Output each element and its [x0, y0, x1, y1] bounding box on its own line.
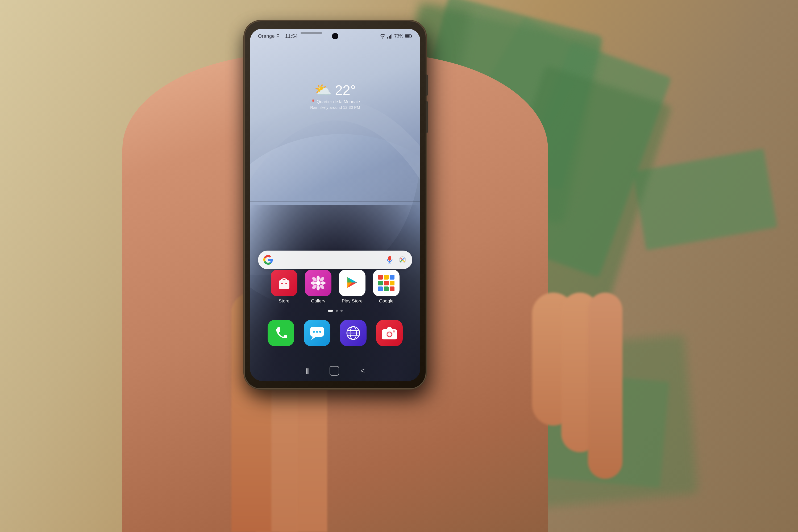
mic-icon: [386, 256, 393, 264]
app-google-wrapper[interactable]: Google: [373, 270, 400, 304]
messages-app-icon[interactable]: [304, 320, 330, 346]
internet-app-icon[interactable]: [340, 320, 366, 346]
svg-point-31: [313, 331, 315, 333]
dot-1: [328, 310, 333, 312]
gallery-flower-icon: [310, 274, 327, 291]
phone-app-icon[interactable]: [268, 320, 294, 346]
dot-3: [341, 310, 343, 312]
battery-icon: [405, 34, 412, 38]
dot-2: [336, 310, 338, 312]
svg-point-43: [393, 330, 395, 332]
carrier-label: Orange F: [258, 34, 279, 39]
playstore-label: Play Store: [342, 299, 363, 304]
svg-rect-5: [405, 35, 410, 38]
fold-line: [250, 201, 420, 202]
phone-body: Orange F 11:54: [245, 21, 425, 388]
svg-point-42: [388, 333, 391, 336]
google-icon[interactable]: [373, 270, 400, 296]
svg-point-18: [320, 281, 326, 285]
svg-point-12: [281, 283, 283, 284]
back-button[interactable]: <: [360, 366, 365, 375]
svg-point-15: [317, 276, 320, 281]
play-store-triangle-icon: [344, 275, 360, 291]
store-bag-icon: [276, 275, 292, 291]
carrier-time: Orange F 11:54: [258, 34, 298, 39]
temperature-value: 22°: [335, 82, 356, 98]
voice-search-button[interactable]: [385, 255, 394, 264]
svg-rect-0: [387, 37, 388, 39]
lens-search-button[interactable]: [398, 255, 407, 264]
weather-temperature: ⛅ 22°: [310, 82, 360, 98]
svg-rect-2: [390, 35, 391, 39]
weather-location: 📍 Quartier de la Monnaie: [310, 99, 360, 104]
store-icon[interactable]: [271, 270, 298, 296]
svg-point-33: [319, 331, 321, 333]
speaker-grille: [301, 32, 322, 34]
svg-point-19: [311, 277, 318, 283]
phone-handset-icon: [273, 326, 288, 341]
page-dots: [328, 310, 343, 312]
internet-globe-icon: [345, 325, 361, 341]
camera-app-icon[interactable]: [376, 320, 403, 346]
app-gallery-wrapper[interactable]: Gallery: [305, 270, 331, 304]
gallery-icon[interactable]: [305, 270, 331, 296]
svg-point-21: [311, 284, 318, 290]
svg-rect-3: [391, 34, 392, 39]
playstore-icon[interactable]: [339, 270, 365, 296]
recent-apps-button[interactable]: |||: [306, 367, 308, 375]
camera-shutter-icon: [381, 326, 398, 341]
power-button[interactable]: [425, 75, 428, 96]
lens-icon: [398, 256, 406, 264]
svg-marker-30: [311, 337, 316, 340]
google-search-bar[interactable]: [258, 251, 412, 269]
signal-icon: [387, 34, 393, 39]
svg-point-16: [317, 285, 320, 290]
store-label: Store: [279, 299, 290, 304]
weather-icon: ⛅: [315, 82, 332, 98]
back-label: <: [360, 366, 365, 375]
google-label: Google: [379, 299, 394, 304]
app-store-wrapper[interactable]: Store: [271, 270, 298, 304]
messages-bubble-icon: [309, 326, 325, 341]
battery-label: 73%: [394, 34, 403, 39]
navigation-bar: ||| <: [250, 366, 420, 376]
location-name: Quartier de la Monnaie: [317, 99, 360, 104]
time-label: 11:54: [285, 34, 298, 39]
svg-rect-6: [411, 35, 412, 37]
location-pin-icon: 📍: [310, 99, 316, 104]
svg-rect-7: [388, 256, 391, 261]
wifi-icon: [380, 34, 386, 39]
phone-screen: Orange F 11:54: [250, 29, 420, 381]
recent-apps-label: |||: [306, 367, 308, 374]
dock-row: [250, 320, 420, 346]
svg-rect-1: [388, 36, 390, 39]
svg-point-22: [319, 284, 325, 290]
front-camera: [332, 33, 338, 39]
google-logo-icon: [263, 255, 273, 265]
svg-point-17: [311, 281, 316, 285]
search-action-icons: [385, 255, 407, 264]
gallery-label: Gallery: [311, 299, 325, 304]
battery-percent: 73%: [394, 34, 403, 39]
svg-rect-11: [279, 280, 289, 289]
app-playstore-wrapper[interactable]: Play Store: [339, 270, 365, 304]
home-button[interactable]: [329, 366, 339, 376]
status-right-group: 73%: [380, 34, 412, 39]
svg-point-14: [316, 281, 320, 285]
weather-widget[interactable]: ⛅ 22° 📍 Quartier de la Monnaie Rain like…: [310, 82, 360, 110]
svg-point-13: [285, 283, 287, 284]
svg-point-32: [316, 331, 318, 333]
weather-description: Rain likely around 12:30 PM: [310, 105, 360, 110]
app-icons-row: Store Gallery: [250, 270, 420, 304]
svg-point-20: [319, 277, 325, 283]
volume-button[interactable]: [425, 101, 428, 133]
